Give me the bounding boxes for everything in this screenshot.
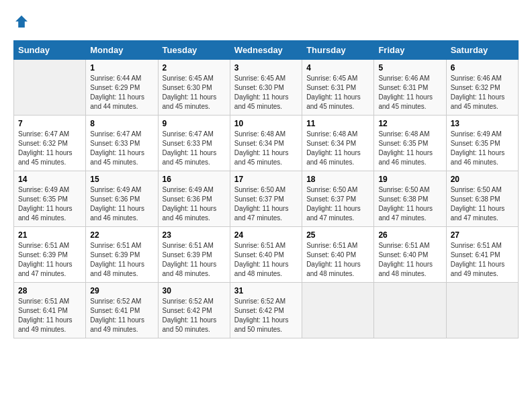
day-number: 8 <box>90 119 153 128</box>
calendar-week-row: 1Sunrise: 6:44 AMSunset: 6:29 PMDaylight… <box>14 60 519 116</box>
day-number: 2 <box>163 63 226 73</box>
calendar-cell: 8Sunrise: 6:47 AMSunset: 6:33 PMDaylight… <box>86 116 158 171</box>
day-number: 21 <box>18 230 81 240</box>
day-info: Sunrise: 6:49 AMSunset: 6:35 PMDaylight:… <box>451 130 514 167</box>
day-number: 3 <box>234 63 298 73</box>
day-info: Sunrise: 6:51 AMSunset: 6:39 PMDaylight:… <box>90 241 153 279</box>
day-number: 13 <box>451 119 514 128</box>
day-info: Sunrise: 6:49 AMSunset: 6:36 PMDaylight:… <box>90 185 153 223</box>
day-number: 17 <box>234 175 298 184</box>
day-info: Sunrise: 6:48 AMSunset: 6:35 PMDaylight:… <box>378 130 441 167</box>
day-number: 26 <box>378 230 441 240</box>
calendar-cell: 15Sunrise: 6:49 AMSunset: 6:36 PMDayligh… <box>86 171 158 227</box>
day-number: 27 <box>451 230 514 240</box>
day-info: Sunrise: 6:51 AMSunset: 6:40 PMDaylight:… <box>234 241 298 279</box>
day-number: 4 <box>306 63 369 73</box>
day-number: 14 <box>18 175 81 184</box>
page-header <box>13 13 519 30</box>
day-info: Sunrise: 6:46 AMSunset: 6:32 PMDaylight:… <box>451 74 514 111</box>
calendar-cell: 18Sunrise: 6:50 AMSunset: 6:37 PMDayligh… <box>302 171 374 227</box>
day-info: Sunrise: 6:50 AMSunset: 6:37 PMDaylight:… <box>234 185 298 223</box>
day-info: Sunrise: 6:49 AMSunset: 6:35 PMDaylight:… <box>18 185 81 223</box>
day-number: 7 <box>18 119 81 128</box>
calendar-week-row: 14Sunrise: 6:49 AMSunset: 6:35 PMDayligh… <box>14 171 519 227</box>
weekday-header-wednesday: Wednesday <box>230 41 302 60</box>
day-info: Sunrise: 6:44 AMSunset: 6:29 PMDaylight:… <box>90 74 153 111</box>
calendar-cell: 31Sunrise: 6:52 AMSunset: 6:42 PMDayligh… <box>230 283 302 338</box>
weekday-header-monday: Monday <box>86 41 158 60</box>
day-info: Sunrise: 6:45 AMSunset: 6:30 PMDaylight:… <box>234 74 298 111</box>
weekday-header-thursday: Thursday <box>302 41 374 60</box>
day-info: Sunrise: 6:51 AMSunset: 6:41 PMDaylight:… <box>18 297 81 334</box>
day-number: 22 <box>90 230 153 240</box>
day-info: Sunrise: 6:51 AMSunset: 6:40 PMDaylight:… <box>378 241 441 279</box>
day-number: 12 <box>378 119 441 128</box>
day-number: 5 <box>378 63 441 73</box>
calendar-cell: 6Sunrise: 6:46 AMSunset: 6:32 PMDaylight… <box>446 60 518 116</box>
calendar-cell: 24Sunrise: 6:51 AMSunset: 6:40 PMDayligh… <box>230 227 302 283</box>
calendar-cell: 29Sunrise: 6:52 AMSunset: 6:41 PMDayligh… <box>86 283 158 338</box>
calendar-cell <box>446 283 518 338</box>
day-info: Sunrise: 6:51 AMSunset: 6:40 PMDaylight:… <box>306 241 369 279</box>
calendar-week-row: 21Sunrise: 6:51 AMSunset: 6:39 PMDayligh… <box>14 227 519 283</box>
calendar-cell: 5Sunrise: 6:46 AMSunset: 6:31 PMDaylight… <box>374 60 446 116</box>
calendar-cell: 27Sunrise: 6:51 AMSunset: 6:41 PMDayligh… <box>446 227 518 283</box>
day-info: Sunrise: 6:52 AMSunset: 6:42 PMDaylight:… <box>234 297 298 334</box>
day-number: 24 <box>234 230 298 240</box>
day-info: Sunrise: 6:47 AMSunset: 6:33 PMDaylight:… <box>163 130 226 167</box>
calendar-table: SundayMondayTuesdayWednesdayThursdayFrid… <box>13 40 519 338</box>
calendar-week-row: 7Sunrise: 6:47 AMSunset: 6:32 PMDaylight… <box>14 116 519 171</box>
calendar-cell: 22Sunrise: 6:51 AMSunset: 6:39 PMDayligh… <box>86 227 158 283</box>
logo-icon <box>13 13 30 30</box>
calendar-cell: 10Sunrise: 6:48 AMSunset: 6:34 PMDayligh… <box>230 116 302 171</box>
day-number: 23 <box>163 230 226 240</box>
calendar-week-row: 28Sunrise: 6:51 AMSunset: 6:41 PMDayligh… <box>14 283 519 338</box>
calendar-cell: 4Sunrise: 6:45 AMSunset: 6:31 PMDaylight… <box>302 60 374 116</box>
day-number: 19 <box>378 175 441 184</box>
day-info: Sunrise: 6:48 AMSunset: 6:34 PMDaylight:… <box>234 130 298 167</box>
day-info: Sunrise: 6:48 AMSunset: 6:34 PMDaylight:… <box>306 130 369 167</box>
day-info: Sunrise: 6:52 AMSunset: 6:41 PMDaylight:… <box>90 297 153 334</box>
weekday-header-saturday: Saturday <box>446 41 518 60</box>
day-info: Sunrise: 6:45 AMSunset: 6:30 PMDaylight:… <box>163 74 226 111</box>
day-number: 30 <box>163 286 226 295</box>
weekday-header-friday: Friday <box>374 41 446 60</box>
calendar-cell: 17Sunrise: 6:50 AMSunset: 6:37 PMDayligh… <box>230 171 302 227</box>
calendar-cell: 23Sunrise: 6:51 AMSunset: 6:39 PMDayligh… <box>158 227 230 283</box>
weekday-header-tuesday: Tuesday <box>158 41 230 60</box>
calendar-cell <box>302 283 374 338</box>
calendar-cell: 14Sunrise: 6:49 AMSunset: 6:35 PMDayligh… <box>14 171 86 227</box>
calendar-cell: 13Sunrise: 6:49 AMSunset: 6:35 PMDayligh… <box>446 116 518 171</box>
calendar-cell: 2Sunrise: 6:45 AMSunset: 6:30 PMDaylight… <box>158 60 230 116</box>
day-info: Sunrise: 6:51 AMSunset: 6:41 PMDaylight:… <box>451 241 514 279</box>
calendar-cell <box>14 60 86 116</box>
calendar-cell: 19Sunrise: 6:50 AMSunset: 6:38 PMDayligh… <box>374 171 446 227</box>
day-info: Sunrise: 6:46 AMSunset: 6:31 PMDaylight:… <box>378 74 441 111</box>
day-number: 25 <box>306 230 369 240</box>
day-info: Sunrise: 6:47 AMSunset: 6:32 PMDaylight:… <box>18 130 81 167</box>
calendar-cell: 1Sunrise: 6:44 AMSunset: 6:29 PMDaylight… <box>86 60 158 116</box>
calendar-cell: 7Sunrise: 6:47 AMSunset: 6:32 PMDaylight… <box>14 116 86 171</box>
day-number: 1 <box>90 63 153 73</box>
calendar-cell: 25Sunrise: 6:51 AMSunset: 6:40 PMDayligh… <box>302 227 374 283</box>
day-info: Sunrise: 6:45 AMSunset: 6:31 PMDaylight:… <box>306 74 369 111</box>
calendar-cell: 28Sunrise: 6:51 AMSunset: 6:41 PMDayligh… <box>14 283 86 338</box>
calendar-cell: 9Sunrise: 6:47 AMSunset: 6:33 PMDaylight… <box>158 116 230 171</box>
calendar-cell: 11Sunrise: 6:48 AMSunset: 6:34 PMDayligh… <box>302 116 374 171</box>
calendar-cell: 16Sunrise: 6:49 AMSunset: 6:36 PMDayligh… <box>158 171 230 227</box>
day-number: 29 <box>90 286 153 295</box>
day-number: 15 <box>90 175 153 184</box>
calendar-cell: 26Sunrise: 6:51 AMSunset: 6:40 PMDayligh… <box>374 227 446 283</box>
day-number: 31 <box>234 286 298 295</box>
day-info: Sunrise: 6:51 AMSunset: 6:39 PMDaylight:… <box>163 241 226 279</box>
day-info: Sunrise: 6:47 AMSunset: 6:33 PMDaylight:… <box>90 130 153 167</box>
calendar-cell: 30Sunrise: 6:52 AMSunset: 6:42 PMDayligh… <box>158 283 230 338</box>
calendar-cell: 12Sunrise: 6:48 AMSunset: 6:35 PMDayligh… <box>374 116 446 171</box>
day-number: 9 <box>163 119 226 128</box>
day-info: Sunrise: 6:51 AMSunset: 6:39 PMDaylight:… <box>18 241 81 279</box>
day-info: Sunrise: 6:50 AMSunset: 6:38 PMDaylight:… <box>451 185 514 223</box>
day-info: Sunrise: 6:52 AMSunset: 6:42 PMDaylight:… <box>163 297 226 334</box>
day-info: Sunrise: 6:50 AMSunset: 6:37 PMDaylight:… <box>306 185 369 223</box>
day-number: 20 <box>451 175 514 184</box>
weekday-header-row: SundayMondayTuesdayWednesdayThursdayFrid… <box>14 41 519 60</box>
